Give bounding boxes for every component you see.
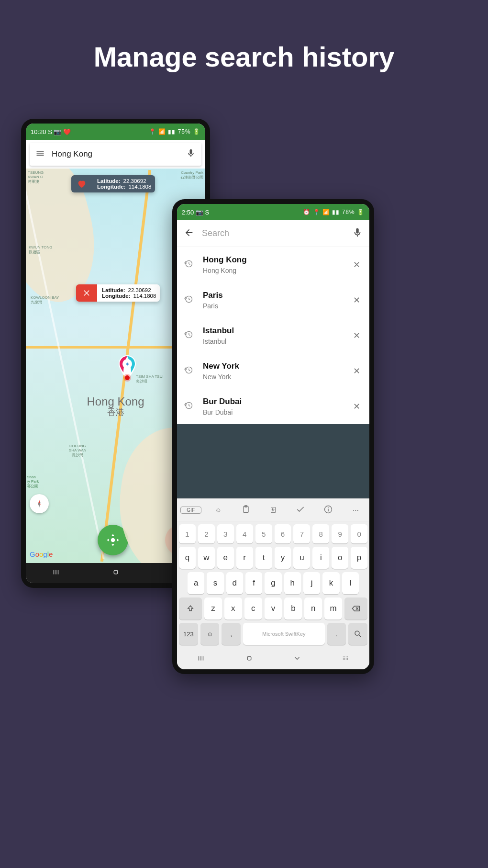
key-p[interactable]: p (351, 547, 367, 569)
key-i[interactable]: i (312, 547, 329, 569)
gif-icon[interactable]: GIF (180, 507, 201, 514)
nav-recent-icon[interactable] (52, 568, 60, 578)
pin-dot (125, 375, 130, 380)
key-f[interactable]: f (245, 572, 262, 594)
coord-data: Latitude:22.30692 Longitude:114.1808 (92, 175, 155, 192)
svg-point-15 (355, 631, 359, 635)
key-5[interactable]: 5 (255, 524, 272, 543)
key-c[interactable]: c (244, 597, 262, 620)
key-h[interactable]: h (284, 572, 301, 594)
history-title: Istanbul (203, 326, 348, 336)
history-item[interactable]: New York New York ✕ (177, 353, 369, 389)
key-9[interactable]: 9 (332, 524, 348, 543)
key-l[interactable]: l (342, 572, 359, 594)
history-item[interactable]: Hong Kong Hong Kong ✕ (177, 247, 369, 282)
key-o[interactable]: o (332, 547, 348, 569)
svg-point-28 (347, 659, 348, 660)
sticker-icon[interactable]: ☺ (208, 507, 229, 514)
remove-history-icon[interactable]: ✕ (348, 259, 365, 270)
key-8[interactable]: 8 (312, 524, 329, 543)
key-e[interactable]: e (217, 547, 234, 569)
svg-point-17 (343, 656, 344, 657)
symbols-key[interactable]: 123 (179, 623, 198, 645)
key-d[interactable]: d (226, 572, 243, 594)
search-key[interactable] (348, 623, 367, 645)
history-item[interactable]: Paris Paris ✕ (177, 282, 369, 318)
phone-search-history: 2:50 📷 S ⏰ 📍 📶 ▮▮ 78% 🔋 Search (172, 199, 374, 674)
info-icon[interactable] (318, 505, 339, 516)
google-logo: Google (30, 550, 53, 558)
status-extra: S 📷 ❤️ (48, 128, 71, 135)
nav-home-icon[interactable] (111, 568, 120, 578)
shift-key[interactable] (179, 597, 202, 620)
mic-icon[interactable] (352, 227, 363, 240)
heart-icon[interactable] (71, 175, 92, 192)
key-s[interactable]: s (207, 572, 223, 594)
more-icon[interactable]: ⋯ (345, 507, 366, 514)
nav-keyboard-down-icon[interactable] (293, 654, 301, 665)
status-bar-left: 10:20 S 📷 ❤️ 📍 📶 ▮▮ 75% 🔋 (26, 124, 205, 140)
space-key[interactable]: Microsoft SwiftKey (243, 623, 325, 645)
compass-button[interactable] (30, 494, 49, 513)
map-label-tsim: TSIM SHA TSUI 尖沙咀 (136, 374, 164, 384)
period-key[interactable]: . (327, 623, 346, 645)
key-g[interactable]: g (265, 572, 281, 594)
key-7[interactable]: 7 (293, 524, 310, 543)
history-item[interactable]: Istanbul Istanbul ✕ (177, 318, 369, 353)
key-n[interactable]: n (304, 597, 322, 620)
history-icon (184, 365, 198, 377)
history-icon (184, 294, 198, 306)
key-u[interactable]: u (293, 547, 310, 569)
nav-recent-icon[interactable] (197, 654, 205, 665)
key-2[interactable]: 2 (198, 524, 215, 543)
close-icon[interactable] (76, 284, 97, 302)
key-4[interactable]: 4 (236, 524, 253, 543)
backspace-key[interactable] (344, 597, 367, 620)
key-x[interactable]: x (224, 597, 242, 620)
hamburger-icon[interactable] (35, 148, 45, 160)
search-bar[interactable]: Hong Kong (30, 143, 201, 166)
nav-keyboard-grid-icon[interactable] (341, 654, 350, 665)
pin-coord-bubble[interactable]: Latitude:22.30692 Longitude:114.1808 (76, 284, 160, 302)
emoji-key[interactable]: ☺ (200, 623, 220, 645)
key-3[interactable]: 3 (217, 524, 234, 543)
key-q[interactable]: q (179, 547, 196, 569)
svg-rect-16 (247, 656, 251, 660)
history-item[interactable]: Bur Dubai Bur Dubai ✕ (177, 389, 369, 424)
history-list: Hong Kong Hong Kong ✕ Paris Paris ✕ Ista… (177, 247, 369, 424)
remove-history-icon[interactable]: ✕ (348, 366, 365, 376)
key-m[interactable]: m (324, 597, 342, 620)
key-a[interactable]: a (188, 572, 204, 594)
svg-point-21 (343, 658, 344, 659)
joystick-button[interactable] (98, 525, 128, 555)
svg-point-22 (344, 658, 345, 659)
key-y[interactable]: y (275, 547, 291, 569)
key-j[interactable]: j (303, 572, 320, 594)
key-t[interactable]: t (255, 547, 272, 569)
mic-icon[interactable] (186, 148, 196, 160)
key-w[interactable]: w (198, 547, 215, 569)
key-k[interactable]: k (322, 572, 339, 594)
nav-home-icon[interactable] (245, 654, 254, 665)
key-z[interactable]: z (204, 597, 222, 620)
key-b[interactable]: b (284, 597, 302, 620)
history-subtitle: Bur Dubai (203, 408, 348, 416)
remove-history-icon[interactable]: ✕ (348, 401, 365, 412)
key-6[interactable]: 6 (275, 524, 291, 543)
key-r[interactable]: r (236, 547, 253, 569)
favorite-coord-bubble[interactable]: Latitude:22.30692 Longitude:114.1808 (71, 175, 155, 192)
key-v[interactable]: v (265, 597, 282, 620)
comma-key[interactable]: , (222, 623, 241, 645)
key-1[interactable]: 1 (179, 524, 196, 543)
remove-history-icon[interactable]: ✕ (348, 330, 365, 341)
back-icon[interactable] (184, 227, 194, 240)
keyboard-toolbar: GIF ☺ 🈂 ⋯ (177, 498, 369, 521)
check-icon[interactable] (290, 505, 311, 516)
translate-icon[interactable]: 🈂 (263, 507, 284, 514)
svg-point-26 (344, 659, 345, 660)
search-input[interactable]: Search (202, 228, 344, 238)
clipboard-icon[interactable] (235, 505, 256, 516)
key-0[interactable]: 0 (351, 524, 367, 543)
remove-history-icon[interactable]: ✕ (348, 295, 365, 305)
map-label-kwuntong: KWUN TONG 觀塘區 (29, 245, 52, 255)
